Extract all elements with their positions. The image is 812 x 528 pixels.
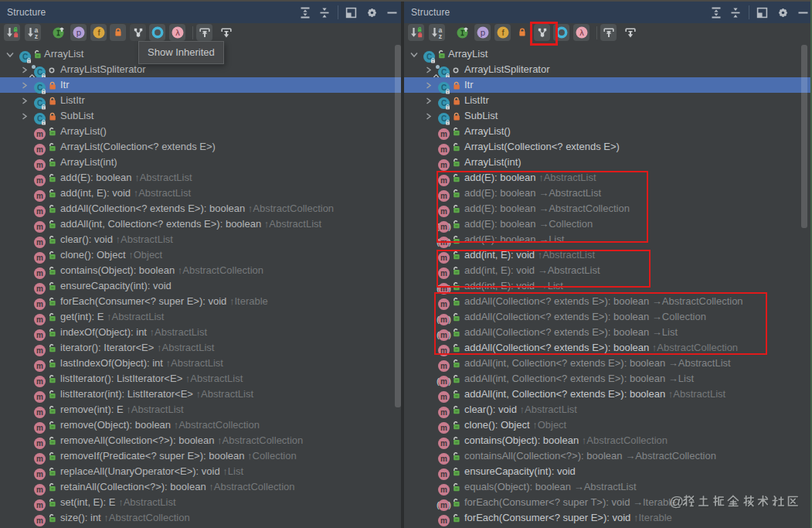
svg-text:@: @ xyxy=(669,493,684,509)
